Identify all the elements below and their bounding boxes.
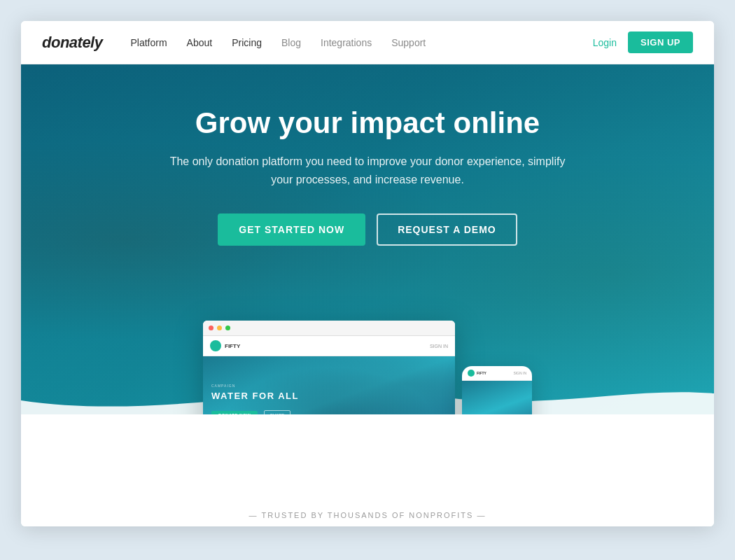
brand-logo[interactable]: donately: [42, 34, 102, 52]
nav-platform[interactable]: Platform: [130, 37, 167, 48]
desktop-inner: FIFTY SIGN IN CAMPAIGN WATER FOR ALL DON…: [203, 336, 455, 414]
mobile-mockup: FIFTY SIGN IN WATER FOR ALL $247,826 Rai…: [462, 366, 532, 414]
nav-blog[interactable]: Blog: [281, 37, 301, 48]
mobile-top-bar: FIFTY SIGN IN: [462, 366, 532, 381]
signup-button[interactable]: SIGN UP: [628, 31, 693, 53]
request-demo-button[interactable]: REQUEST A DEMO: [377, 214, 517, 246]
login-button[interactable]: Login: [593, 37, 617, 48]
nav-support[interactable]: Support: [391, 37, 426, 48]
desktop-logo-text: FIFTY: [225, 343, 240, 349]
desktop-signin: SIGN IN: [430, 344, 448, 349]
browser-window: donately Platform About Pricing Blog Int…: [21, 21, 714, 526]
desktop-mockup: FIFTY SIGN IN CAMPAIGN WATER FOR ALL DON…: [203, 321, 455, 414]
desktop-titlebar: [203, 321, 455, 336]
hero-title: Grow your impact online: [158, 106, 578, 140]
below-hero-text: — TRUSTED BY THOUSANDS OF NONPROFITS —: [249, 511, 486, 519]
nav-integrations[interactable]: Integrations: [321, 37, 372, 48]
desktop-campaign-image: CAMPAIGN WATER FOR ALL DONATE NOW SHARE: [203, 356, 455, 414]
nav-pricing[interactable]: Pricing: [232, 37, 262, 48]
hero-buttons: GET STARTED NOW REQUEST A DEMO: [158, 214, 578, 246]
fullscreen-dot: [225, 326, 230, 330]
get-started-button[interactable]: GET STARTED NOW: [218, 214, 365, 246]
campaign-label: CAMPAIGN: [211, 384, 447, 388]
minimize-dot: [217, 326, 222, 330]
desktop-action-buttons: DONATE NOW SHARE: [211, 407, 447, 414]
hero-mockup: FIFTY SIGN IN CAMPAIGN WATER FOR ALL DON…: [203, 321, 532, 414]
hero-subtitle: The only donation platform you need to i…: [158, 153, 578, 188]
mobile-campaign-image: WATER FOR ALL: [462, 381, 532, 414]
desktop-nav-bar: FIFTY SIGN IN: [203, 336, 455, 356]
navbar: donately Platform About Pricing Blog Int…: [21, 21, 714, 64]
nav-about[interactable]: About: [187, 37, 213, 48]
nav-links: Platform About Pricing Blog Integrations…: [130, 37, 592, 48]
desktop-donate-button[interactable]: DONATE NOW: [211, 411, 258, 414]
nav-actions: Login SIGN UP: [593, 31, 693, 53]
hero-section: Grow your impact online The only donatio…: [21, 64, 714, 414]
desktop-logo: FIFTY: [210, 340, 240, 351]
close-dot: [209, 326, 214, 330]
logo-icon: [210, 340, 221, 351]
below-hero-section: — TRUSTED BY THOUSANDS OF NONPROFITS —: [21, 414, 714, 526]
hero-content: Grow your impact online The only donatio…: [158, 106, 578, 246]
desktop-share-button[interactable]: SHARE: [264, 410, 291, 414]
campaign-title: WATER FOR ALL: [211, 391, 447, 401]
